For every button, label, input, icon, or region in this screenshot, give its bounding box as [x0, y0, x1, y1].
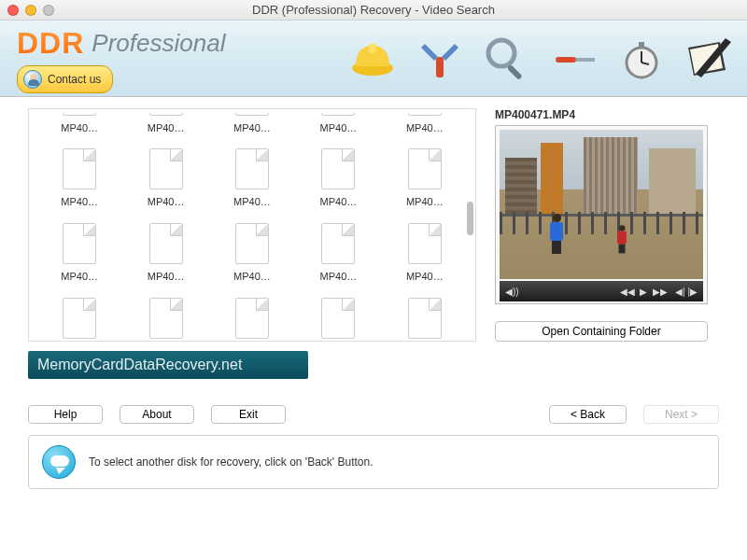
file-item[interactable]: MP40… — [40, 141, 119, 210]
hint-panel: To select another disk for recovery, cli… — [28, 435, 719, 489]
stopwatch-icon — [613, 30, 670, 88]
file-item[interactable]: MP40… — [299, 113, 377, 135]
file-item[interactable]: MP40… — [386, 290, 464, 342]
preview-filename: MP400471.MP4 — [495, 108, 719, 121]
window-title: DDR (Professional) Recovery - Video Sear… — [0, 3, 747, 17]
help-button[interactable]: Help — [28, 405, 103, 424]
file-item[interactable]: MP40… — [299, 290, 377, 342]
svg-rect-4 — [507, 64, 523, 80]
file-list-panel[interactable]: MP40…MP40…MP40…MP40…MP40…MP40…MP40…MP40…… — [28, 108, 476, 342]
video-controls[interactable]: ◀)) ◀◀ ▶ ▶▶ ◀| |▶ — [500, 281, 703, 301]
next-button: Next > — [643, 405, 719, 424]
svg-rect-1 — [369, 44, 376, 53]
hardhat-icon — [344, 30, 402, 88]
playback-controls[interactable]: ◀◀ ▶ ▶▶ ◀| |▶ — [620, 287, 698, 297]
svg-rect-2 — [436, 57, 444, 77]
chat-bubble-icon — [42, 445, 76, 479]
file-item[interactable]: MP40… — [126, 113, 204, 135]
contact-us-button[interactable]: Contact us — [17, 65, 113, 93]
file-item[interactable]: MP40… — [386, 141, 464, 210]
contact-label: Contact us — [48, 73, 101, 86]
exit-button[interactable]: Exit — [211, 405, 286, 424]
person-icon — [23, 70, 42, 89]
file-item[interactable]: MP40… — [386, 113, 464, 135]
book-pen-icon — [680, 30, 738, 88]
window-titlebar: DDR (Professional) Recovery - Video Sear… — [0, 0, 747, 21]
file-item[interactable]: MP40… — [40, 216, 119, 285]
file-item[interactable]: MP40… — [40, 290, 119, 342]
app-header: DDR Professional Contact us — [0, 21, 747, 97]
watermark-banner: MemoryCardDataRecovery.net — [28, 351, 308, 379]
magnifier-icon — [478, 30, 536, 88]
svg-point-3 — [488, 40, 514, 66]
file-item[interactable]: MP40… — [126, 290, 204, 342]
file-item[interactable]: MP40… — [213, 113, 291, 135]
file-item[interactable]: MP40… — [213, 141, 291, 210]
pliers-icon — [411, 30, 469, 88]
file-item[interactable]: MP40… — [213, 216, 291, 285]
svg-rect-6 — [576, 58, 595, 62]
open-containing-folder-button[interactable]: Open Containing Folder — [495, 321, 708, 342]
app-subtitle: Professional — [92, 29, 225, 58]
file-item[interactable]: MP40… — [126, 141, 204, 210]
about-button[interactable]: About — [120, 405, 194, 424]
file-item[interactable]: MP40… — [126, 216, 204, 285]
app-logo-text: DDR — [17, 26, 84, 61]
file-item[interactable]: MP40… — [299, 216, 377, 285]
scrollbar-thumb[interactable] — [467, 202, 473, 235]
svg-rect-5 — [556, 57, 576, 63]
volume-icon[interactable]: ◀)) — [505, 287, 519, 297]
back-button[interactable]: < Back — [549, 405, 627, 424]
video-preview-frame[interactable] — [500, 130, 703, 279]
file-item[interactable]: MP40… — [299, 141, 377, 210]
hint-text: To select another disk for recovery, cli… — [89, 455, 374, 469]
file-item[interactable]: AVI00… — [213, 290, 291, 342]
svg-rect-8 — [639, 42, 644, 48]
preview-panel: ◀)) ◀◀ ▶ ▶▶ ◀| |▶ — [495, 125, 708, 304]
file-item[interactable]: MP40… — [386, 216, 464, 285]
file-item[interactable]: MP40… — [40, 113, 119, 135]
header-tool-icons — [344, 21, 738, 97]
screwdriver-icon — [545, 30, 603, 88]
